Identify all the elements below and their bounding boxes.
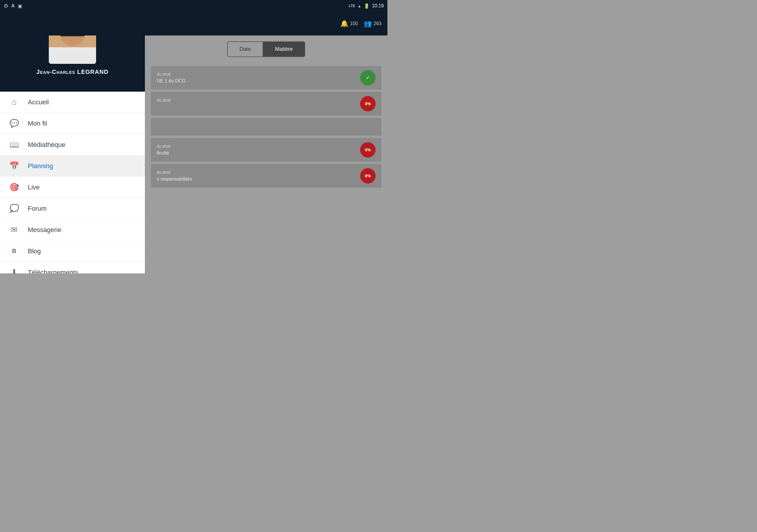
- toggle-date[interactable]: Date: [227, 42, 262, 57]
- sidebar-item-live[interactable]: 🎯 Live: [0, 177, 145, 198]
- course-badge: 0%: [360, 168, 376, 184]
- book-icon: 📖: [9, 140, 19, 149]
- clock: 10:19: [372, 3, 384, 9]
- sidebar-nav: ⌂ Accueil 💬 Mon fil 📖 Médiathèque 📅 Plan…: [0, 92, 145, 273]
- sidebar-item-label: Accueil: [28, 99, 49, 106]
- course-subtitle: du droit: [157, 72, 358, 76]
- bell-icon[interactable]: 🔔: [340, 20, 348, 27]
- lte-indicator: LTE: [348, 4, 355, 8]
- course-card-spacer: [151, 118, 381, 136]
- forum-icon: 💭: [9, 204, 19, 213]
- mail-icon: ✉: [9, 225, 19, 234]
- course-card: du droit ficulté 0%: [151, 138, 381, 162]
- course-card: du droit 0%: [151, 92, 381, 116]
- sidebar-item-mediatheque[interactable]: 📖 Médiathèque: [0, 134, 145, 156]
- main-content: Date Matière du droit UE 1 du DCG ✓ du d…: [145, 36, 387, 273]
- sidebar-item-mon-fil[interactable]: 💬 Mon fil: [0, 113, 145, 134]
- sidebar-item-label: Blog: [28, 248, 41, 255]
- course-title: ficulté: [157, 150, 358, 156]
- sidebar: Jean-Charles LEGRAND ⌂ Accueil 💬 Mon fil…: [0, 0, 145, 273]
- toggle-matiere[interactable]: Matière: [262, 42, 305, 57]
- course-subtitle: du droit: [157, 144, 358, 149]
- status-bar-right: LTE ▲ 🔋 10:19: [348, 3, 384, 9]
- top-header: 🔔 100 👥 263: [0, 12, 387, 36]
- notification-count: 100: [350, 21, 358, 26]
- download-icon: ⬇: [9, 268, 19, 273]
- sidebar-item-label: Mon fil: [28, 120, 47, 127]
- course-badge: 0%: [360, 96, 376, 111]
- user-name: Jean-Charles LEGRAND: [36, 69, 108, 75]
- sidebar-item-planning[interactable]: 📅 Planning: [0, 156, 145, 177]
- users-icon[interactable]: 👥: [364, 20, 372, 27]
- sidebar-item-label: Live: [28, 184, 40, 191]
- content-inner: Date Matière du droit UE 1 du DCG ✓ du d…: [145, 36, 387, 196]
- sidebar-item-label: Messagerie: [28, 226, 62, 234]
- status-bar: ⚙ A ▣ LTE ▲ 🔋 10:19: [0, 0, 387, 12]
- course-title: UE 1 du DCG: [157, 78, 358, 84]
- sidebar-item-telechargements[interactable]: ⬇ Téléchargements: [0, 262, 145, 273]
- battery-icon: 🔋: [364, 3, 370, 9]
- sidebar-item-blog[interactable]: B Blog: [0, 241, 145, 262]
- users-group[interactable]: 👥 263: [364, 20, 381, 27]
- course-card: du droit UE 1 du DCG ✓: [151, 66, 381, 90]
- notification-group[interactable]: 🔔 100: [340, 20, 358, 27]
- chat-icon: 💬: [9, 119, 19, 128]
- settings-icon: ⚙: [4, 3, 8, 9]
- home-icon: ⌂: [9, 98, 19, 107]
- course-subtitle: du droit: [157, 170, 358, 175]
- sidebar-item-messagerie[interactable]: ✉ Messagerie: [0, 219, 145, 241]
- blog-icon: B: [9, 248, 19, 254]
- sidebar-item-label: Forum: [28, 205, 47, 213]
- status-bar-left: ⚙ A ▣: [4, 3, 22, 9]
- header-icons: 🔔 100 👥 263: [340, 20, 381, 27]
- users-count: 263: [374, 21, 381, 26]
- sidebar-item-forum[interactable]: 💭 Forum: [0, 198, 145, 219]
- sim-icon: ▣: [18, 3, 22, 9]
- course-badge: 0%: [360, 142, 376, 158]
- sidebar-item-accueil[interactable]: ⌂ Accueil: [0, 92, 145, 113]
- course-badge: ✓: [360, 70, 376, 85]
- calendar-icon: 📅: [9, 162, 19, 170]
- sidebar-item-label: Médiathèque: [28, 141, 65, 149]
- course-subtitle: du droit: [157, 98, 358, 103]
- live-icon: 🎯: [9, 183, 19, 192]
- course-card: du droit s responsabilités 0%: [151, 164, 381, 188]
- sidebar-item-label: Téléchargements: [28, 269, 78, 274]
- toggle-row: Date Matière: [151, 42, 381, 57]
- sidebar-item-label: Planning: [28, 162, 53, 170]
- signal-bars: ▲: [357, 4, 361, 8]
- a-icon: A: [11, 3, 15, 9]
- course-title: s responsabilités: [157, 176, 358, 182]
